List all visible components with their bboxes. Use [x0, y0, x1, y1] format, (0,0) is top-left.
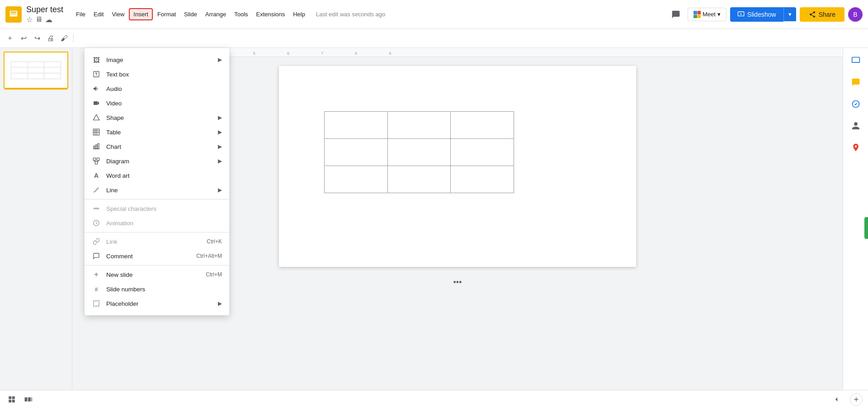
menu-tools[interactable]: Tools	[231, 9, 251, 19]
green-side-tab[interactable]	[864, 217, 868, 239]
collapse-panel-button[interactable]	[830, 393, 843, 406]
insert-text-box[interactable]: Text box	[85, 67, 229, 81]
insert-comment[interactable]: Comment Ctrl+Alt+M	[85, 249, 229, 263]
user-avatar[interactable]: B	[848, 7, 863, 22]
special-chars-icon	[92, 204, 101, 213]
menu-group-slide: + New slide Ctrl+M # Slide numbers Place…	[85, 266, 229, 313]
meet-button[interactable]: Meet ▾	[688, 8, 726, 21]
top-bar: Super test ☆ 🖥 ☁ File Edit View Insert F…	[0, 0, 868, 29]
insert-new-slide[interactable]: + New slide Ctrl+M	[85, 267, 229, 282]
word-art-icon: A	[92, 171, 101, 180]
paint-format-btn[interactable]: 🖌	[58, 32, 71, 45]
svg-rect-27	[12, 399, 15, 402]
svg-rect-16	[93, 158, 95, 160]
topbar-right: Meet ▾ Slideshow ▾ Share B	[668, 6, 863, 23]
menu-arrange[interactable]: Arrange	[202, 9, 230, 19]
slideshow-button-group: Slideshow ▾	[730, 7, 796, 22]
undo-btn[interactable]: ↩	[17, 32, 30, 45]
table-arrow-icon: ▶	[218, 129, 222, 135]
redo-btn[interactable]: ↪	[31, 32, 43, 45]
cloud-icon[interactable]: ☁	[45, 15, 52, 24]
ruler-mark: 5	[253, 51, 255, 56]
slideshow-main-button[interactable]: Slideshow	[730, 7, 783, 22]
insert-placeholder-label: Placeholder	[106, 300, 218, 307]
diagram-icon	[92, 157, 101, 166]
insert-slide-numbers[interactable]: # Slide numbers	[85, 282, 229, 296]
add-slide-bottom-btn[interactable]	[850, 393, 863, 406]
insert-table[interactable]: Table ▶	[85, 125, 229, 139]
save-to-drive-icon[interactable]: 🖥	[35, 15, 42, 24]
comment-button[interactable]	[668, 6, 684, 23]
grid-view-btn[interactable]	[5, 393, 18, 406]
insert-image[interactable]: 🖼 Image ▶	[85, 52, 229, 67]
meet-dropdown-icon[interactable]: ▾	[717, 11, 721, 18]
insert-link-label: Link	[106, 238, 203, 245]
svg-point-21	[98, 208, 99, 209]
menu-edit[interactable]: Edit	[90, 9, 107, 19]
text-box-icon	[92, 70, 101, 79]
insert-animation-label: Animation	[106, 220, 222, 227]
tasks-sidebar-btn[interactable]	[847, 95, 865, 113]
more-slides-area: •••	[453, 278, 462, 287]
menu-extensions[interactable]: Extensions	[253, 9, 289, 19]
slide-table-preview	[11, 62, 61, 79]
add-btn[interactable]: ＋	[4, 32, 16, 45]
insert-diagram[interactable]: Diagram ▶	[85, 154, 229, 168]
insert-chart[interactable]: Chart ▶	[85, 139, 229, 154]
insert-line-label: Line	[106, 187, 218, 194]
menu-view[interactable]: View	[108, 9, 128, 19]
chat-sidebar-btn[interactable]	[847, 73, 865, 91]
right-sidebar	[843, 48, 868, 408]
insert-shape-label: Shape	[106, 114, 218, 121]
insert-link: Link Ctrl+K	[85, 234, 229, 249]
slides-sidebar-btn[interactable]	[847, 52, 865, 70]
slide-canvas[interactable]	[279, 66, 636, 267]
document-title[interactable]: Super test	[26, 5, 63, 14]
svg-rect-23	[94, 301, 99, 306]
title-icons: ☆ 🖥 ☁	[26, 15, 63, 24]
insert-video[interactable]: Video	[85, 96, 229, 110]
svg-rect-1	[11, 11, 17, 13]
svg-marker-11	[93, 114, 99, 120]
menu-group-special: Special characters Animation	[85, 199, 229, 232]
menu-file[interactable]: File	[72, 9, 89, 19]
diagram-arrow-icon: ▶	[218, 158, 222, 164]
insert-line[interactable]: Line ▶	[85, 183, 229, 197]
svg-rect-14	[96, 145, 97, 149]
slideshow-dropdown-button[interactable]: ▾	[783, 7, 796, 21]
insert-word-art[interactable]: A Word art	[85, 168, 229, 183]
insert-animation: Animation	[85, 216, 229, 230]
app-logo[interactable]	[5, 6, 22, 23]
insert-video-label: Video	[106, 100, 222, 107]
last-edit-status: Last edit was seconds ago	[316, 11, 385, 18]
toolbar-divider-1	[73, 34, 74, 43]
insert-comment-label: Comment	[106, 253, 193, 260]
insert-audio-label: Audio	[106, 85, 222, 92]
maps-sidebar-btn[interactable]	[847, 138, 865, 157]
menu-slide[interactable]: Slide	[180, 9, 201, 19]
menu-group-link-comment: Link Ctrl+K Comment Ctrl+Alt+M	[85, 232, 229, 266]
insert-image-label: Image	[106, 57, 218, 63]
shape-arrow-icon: ▶	[218, 114, 222, 121]
menu-insert[interactable]: Insert	[129, 8, 153, 20]
svg-rect-29	[28, 397, 31, 401]
insert-audio[interactable]: Audio	[85, 81, 229, 96]
star-icon[interactable]: ☆	[26, 15, 33, 24]
slide-thumb-1[interactable]: 1	[4, 52, 68, 89]
insert-new-slide-label: New slide	[106, 271, 202, 278]
print-btn[interactable]: 🖨	[44, 32, 57, 45]
menu-format[interactable]: Format	[154, 9, 179, 19]
insert-slide-numbers-label: Slide numbers	[106, 286, 222, 293]
insert-placeholder[interactable]: Placeholder ▶	[85, 296, 229, 311]
filmstrip-view-btn[interactable]	[22, 393, 34, 406]
svg-rect-12	[93, 129, 99, 135]
insert-dropdown-menu: 🖼 Image ▶ Text box Audio Video	[85, 48, 229, 315]
ruler-mark: 9	[389, 51, 391, 56]
svg-rect-30	[32, 397, 33, 401]
insert-shape[interactable]: Shape ▶	[85, 110, 229, 125]
share-button[interactable]: Share	[800, 7, 844, 22]
bottom-bar	[0, 390, 868, 408]
svg-rect-13	[94, 146, 95, 149]
menu-help[interactable]: Help	[289, 9, 309, 19]
people-sidebar-btn[interactable]	[847, 117, 865, 135]
